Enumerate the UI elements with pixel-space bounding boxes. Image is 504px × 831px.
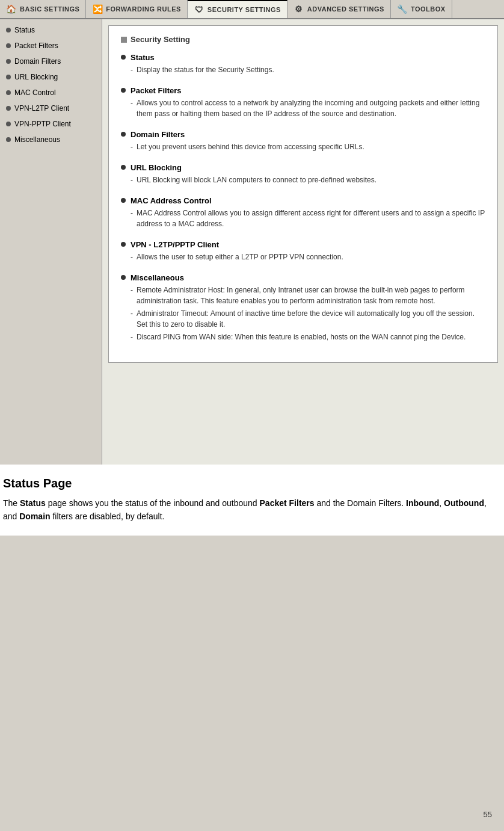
panel-section: VPN - L2TP/PPTP Client-Allows the user t… — [121, 240, 485, 262]
nav-basic-settings[interactable]: 🏠 BASIC SETTINGS — [0, 0, 86, 18]
bullet-icon — [6, 122, 11, 126]
section-heading: Packet Filters — [121, 86, 485, 95]
main-layout: Status Packet Filters Domain Filters URL… — [0, 19, 504, 465]
nav-forwarding-rules[interactable]: 🔀 FORWARDING RULES — [86, 0, 188, 18]
section-bullet-icon — [121, 88, 126, 93]
sidebar-item-vpn-l2tp[interactable]: VPN-L2TP Client — [0, 100, 102, 116]
desc-text: Let you prevent users behind this device… — [137, 141, 364, 152]
page-number: 55 — [484, 810, 492, 819]
nav-forwarding-rules-label: FORWARDING RULES — [106, 5, 181, 13]
sidebar-item-mac-control[interactable]: MAC Control — [0, 85, 102, 100]
desc-text: Allows you to control access to a networ… — [137, 97, 485, 119]
desc-dash-icon: - — [131, 64, 133, 75]
desc-dash-icon: - — [131, 308, 133, 319]
section-heading: Miscellaneous — [121, 273, 485, 282]
section-desc-paragraph: -Remote Administrator Host: In general, … — [131, 285, 485, 306]
sidebar-item-packet-filters[interactable]: Packet Filters — [0, 38, 102, 54]
bold-text: Outbound — [444, 498, 484, 508]
section-desc-paragraph: -MAC Address Control allows you to assig… — [131, 208, 485, 229]
content-area: Security Setting Status-Display the stat… — [102, 19, 504, 465]
desc-dash-icon: - — [131, 97, 133, 108]
section-bullet-icon — [121, 55, 126, 60]
below-content: Status Page The Status page shows you th… — [0, 465, 504, 536]
section-desc-paragraph: -Discard PING from WAN side: When this f… — [131, 332, 485, 342]
sidebar-vpn-l2tp-label: VPN-L2TP Client — [14, 104, 69, 113]
sidebar-url-blocking-label: URL Blocking — [14, 73, 58, 81]
sidebar-item-miscellaneous[interactable]: Miscellaneous — [0, 132, 102, 147]
nav-toolbox[interactable]: 🔧 TOOLBOX — [391, 0, 452, 18]
panel-section: Status-Display the status for the Securi… — [121, 53, 485, 75]
panel-title-icon — [121, 37, 127, 43]
desc-dash-icon: - — [131, 175, 133, 185]
desc-text: MAC Address Control allows you to assign… — [137, 208, 485, 229]
desc-text: URL Blocking will block LAN computers to… — [137, 175, 376, 185]
section-desc-paragraph: -Display the status for the Security Set… — [131, 64, 485, 75]
desc-text: Allows the user to setup either a L2TP o… — [137, 252, 343, 262]
desc-dash-icon: - — [131, 252, 133, 262]
panel-title-text: Security Setting — [131, 35, 190, 44]
toolbox-icon: 🔧 — [397, 4, 408, 14]
section-heading-text: URL Blocking — [131, 163, 182, 172]
forwarding-rules-icon: 🔀 — [92, 4, 103, 14]
sidebar-item-domain-filters[interactable]: Domain Filters — [0, 54, 102, 69]
sidebar-item-url-blocking[interactable]: URL Blocking — [0, 69, 102, 85]
sidebar: Status Packet Filters Domain Filters URL… — [0, 19, 102, 465]
section-heading-text: Miscellaneous — [131, 273, 184, 282]
bold-text: Status — [20, 498, 46, 508]
panel-section: Miscellaneous-Remote Administrator Host:… — [121, 273, 485, 342]
bullet-icon — [6, 75, 11, 79]
bold-text: Domain — [19, 511, 50, 521]
section-desc-paragraph: -URL Blocking will block LAN computers t… — [131, 175, 485, 185]
section-heading: MAC Address Control — [121, 196, 485, 205]
section-bullet-icon — [121, 165, 126, 170]
nav-basic-settings-label: BASIC SETTINGS — [20, 5, 79, 13]
bold-text: Packet Filters — [260, 498, 315, 508]
security-settings-icon: 🛡 — [194, 4, 204, 15]
section-bullet-icon — [121, 275, 126, 280]
bullet-icon — [6, 106, 11, 111]
section-desc: -Remote Administrator Host: In general, … — [131, 285, 485, 342]
top-nav: 🏠 BASIC SETTINGS 🔀 FORWARDING RULES 🛡 SE… — [0, 0, 504, 19]
desc-text: Display the status for the Security Sett… — [137, 64, 274, 75]
bullet-icon — [6, 90, 11, 95]
section-heading: URL Blocking — [121, 163, 485, 172]
nav-security-settings[interactable]: 🛡 SECURITY SETTINGS — [188, 0, 287, 18]
sidebar-packet-filters-label: Packet Filters — [14, 42, 58, 50]
section-heading-text: Packet Filters — [131, 86, 182, 95]
bullet-icon — [6, 137, 11, 142]
sidebar-item-vpn-pptp[interactable]: VPN-PPTP Client — [0, 116, 102, 132]
nav-advanced-settings[interactable]: ⚙ ADVANCED SETTINGS — [287, 0, 391, 18]
desc-text: Remote Administrator Host: In general, o… — [137, 285, 485, 306]
desc-dash-icon: - — [131, 332, 133, 342]
section-heading: VPN - L2TP/PPTP Client — [121, 240, 485, 249]
status-page-body: The Status page shows you the status of … — [3, 496, 501, 524]
section-heading-text: Domain Filters — [131, 130, 185, 139]
sidebar-item-status[interactable]: Status — [0, 22, 102, 38]
advanced-settings-icon: ⚙ — [293, 4, 304, 14]
desc-text: Administrator Timeout: Amount of inactiv… — [137, 308, 485, 330]
basic-settings-icon: 🏠 — [6, 4, 17, 14]
section-bullet-icon — [121, 198, 126, 203]
sections-container: Status-Display the status for the Securi… — [121, 53, 485, 342]
panel-section: Packet Filters-Allows you to control acc… — [121, 86, 485, 119]
nav-toolbox-label: TOOLBOX — [411, 5, 446, 13]
sidebar-domain-filters-label: Domain Filters — [14, 57, 61, 66]
desc-text: Discard PING from WAN side: When this fe… — [137, 332, 466, 342]
sidebar-mac-control-label: MAC Control — [14, 88, 56, 97]
section-desc: -Allows you to control access to a netwo… — [131, 97, 485, 119]
nav-advanced-settings-label: ADVANCED SETTINGS — [307, 5, 384, 13]
section-desc-paragraph: -Allows you to control access to a netwo… — [131, 97, 485, 119]
security-panel: Security Setting Status-Display the stat… — [108, 25, 498, 363]
nav-security-settings-label: SECURITY SETTINGS — [207, 6, 281, 13]
section-desc-paragraph: -Administrator Timeout: Amount of inacti… — [131, 308, 485, 330]
section-desc-paragraph: -Allows the user to setup either a L2TP … — [131, 252, 485, 262]
section-bullet-icon — [121, 242, 126, 247]
section-heading: Domain Filters — [121, 130, 485, 139]
status-page-title: Status Page — [3, 477, 501, 490]
section-desc: -Display the status for the Security Set… — [131, 64, 485, 75]
bold-text: Inbound — [406, 498, 439, 508]
section-desc: -Allows the user to setup either a L2TP … — [131, 252, 485, 262]
section-bullet-icon — [121, 132, 126, 137]
section-desc-paragraph: -Let you prevent users behind this devic… — [131, 141, 485, 152]
desc-dash-icon: - — [131, 208, 133, 218]
